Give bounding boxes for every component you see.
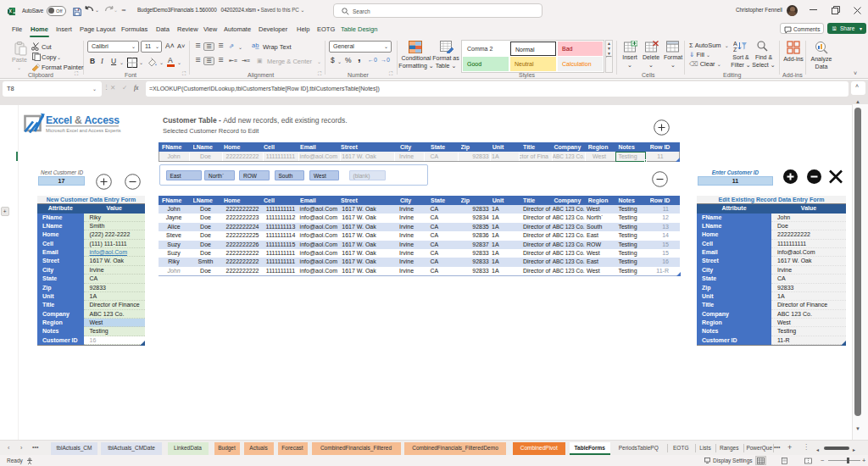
svg-text:Excel & Access: Excel & Access — [46, 114, 120, 126]
svg-text:Microsoft Excel and Access Exp: Microsoft Excel and Access Experts — [46, 128, 121, 133]
